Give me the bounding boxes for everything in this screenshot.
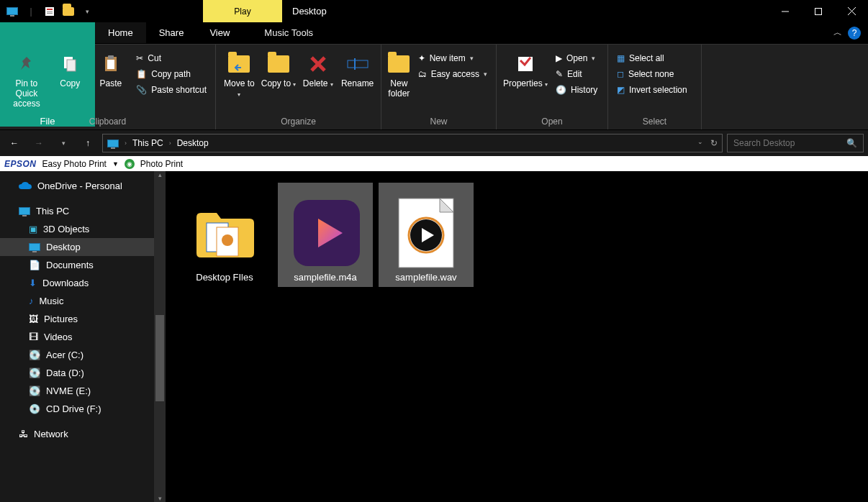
sidebar-item-documents[interactable]: 📄Documents <box>0 256 166 274</box>
file-name-label: samplefile.wav <box>395 272 456 283</box>
epson-easy-print-button[interactable]: Easy Photo Print <box>42 159 107 169</box>
file-name-label: samplefile.m4a <box>294 272 356 283</box>
ribbon: Pin to Quick access Copy Paste ✂Cut 📋Cop… <box>0 44 868 130</box>
delete-button[interactable]: Delete ▾ <box>301 49 336 88</box>
tab-share[interactable]: Share <box>146 22 197 43</box>
sidebar-item-3d-objects[interactable]: ▣3D Objects <box>0 220 166 238</box>
file-item-wav[interactable]: samplefile.wav <box>379 183 474 287</box>
easy-access-button[interactable]: 🗂Easy access <box>415 68 490 81</box>
video-icon: 🎞 <box>29 332 38 342</box>
collapse-ribbon-icon[interactable]: ︿ <box>833 27 842 39</box>
group-open-label: Open <box>497 115 607 129</box>
sidebar-item-drive-d[interactable]: 💽Data (D:) <box>0 364 166 382</box>
copy-path-button[interactable]: 📋Copy path <box>133 68 209 81</box>
up-button[interactable]: ↑ <box>78 133 98 153</box>
sidebar-item-drive-e[interactable]: 💽NVME (E:) <box>0 382 166 400</box>
sidebar-item-music[interactable]: ♪Music <box>0 292 166 310</box>
refresh-icon[interactable]: ↻ <box>710 138 718 148</box>
select-all-button[interactable]: ▦Select all <box>614 52 690 65</box>
sidebar-item-downloads[interactable]: ⬇Downloads <box>0 274 166 292</box>
history-button[interactable]: 🕘History <box>553 83 600 96</box>
search-input[interactable] <box>733 138 841 148</box>
properties-button[interactable]: Properties ▾ <box>502 49 548 88</box>
easy-access-icon: 🗂 <box>418 69 427 79</box>
qat-newfolder-icon[interactable] <box>60 4 76 19</box>
group-new-label: New <box>381 115 496 129</box>
window-title: Desktop <box>282 0 327 22</box>
address-bar[interactable]: › This PC › Desktop ⌄ ↻ <box>102 134 723 152</box>
edit-button[interactable]: ✎Edit <box>553 68 600 81</box>
sidebar-item-videos[interactable]: 🎞Videos <box>0 328 166 346</box>
recent-locations-button[interactable]: ▾ <box>53 133 73 153</box>
search-box[interactable]: 🔍 <box>727 134 864 152</box>
maximize-button[interactable] <box>802 0 835 22</box>
sidebar-item-pictures[interactable]: 🖼Pictures <box>0 310 166 328</box>
search-icon[interactable]: 🔍 <box>846 138 857 148</box>
file-item-m4a[interactable]: samplefile.m4a <box>278 183 373 287</box>
file-list-pane[interactable]: Desktop FIles samplefile.m4a samplefile.… <box>166 171 868 502</box>
minimize-button[interactable] <box>769 0 802 22</box>
address-dropdown-icon[interactable]: ⌄ <box>697 138 703 148</box>
invert-selection-button[interactable]: ◩Invert selection <box>614 83 690 96</box>
monitor-icon <box>19 207 30 215</box>
wav-icon <box>392 198 461 268</box>
file-item-folder[interactable]: Desktop FIles <box>177 183 272 287</box>
svg-rect-2 <box>47 12 53 12</box>
sidebar-item-onedrive[interactable]: OneDrive - Personal <box>0 177 166 195</box>
forward-button[interactable]: → <box>29 133 49 153</box>
history-icon: 🕘 <box>556 85 566 95</box>
new-item-button[interactable]: ✦New item <box>415 52 490 65</box>
chevron-right-icon[interactable]: › <box>169 140 171 147</box>
scrollbar-thumb[interactable] <box>155 315 164 401</box>
close-button[interactable] <box>835 0 868 22</box>
sidebar-item-this-pc[interactable]: This PC <box>0 202 166 220</box>
copy-to-button[interactable]: Copy to ▾ <box>261 49 297 88</box>
sidebar-item-desktop[interactable]: Desktop <box>0 238 166 256</box>
sidebar-item-drive-c[interactable]: 💽Acer (C:) <box>0 346 166 364</box>
breadcrumb-desktop[interactable]: Desktop <box>177 138 209 148</box>
svg-rect-15 <box>348 60 368 68</box>
sidebar-item-drive-f[interactable]: 💿CD Drive (F:) <box>0 400 166 418</box>
ribbon-tabs: File Home Share View Music Tools ︿ ? <box>0 22 868 44</box>
paste-shortcut-button[interactable]: 📎Paste shortcut <box>133 83 209 96</box>
epson-photo-print-icon: ◉ <box>125 159 135 169</box>
epson-logo: EPSON <box>4 159 37 169</box>
new-folder-button[interactable]: New folder <box>387 49 411 99</box>
select-none-button[interactable]: ◻Select none <box>614 68 690 81</box>
svg-point-20 <box>222 234 233 246</box>
tab-music-tools[interactable]: Music Tools <box>251 22 326 43</box>
svg-rect-3 <box>47 13 53 14</box>
chevron-right-icon[interactable]: › <box>125 140 127 147</box>
qat-properties-icon[interactable] <box>42 4 58 19</box>
paste-button[interactable]: Paste <box>93 49 130 88</box>
qat-separator: | <box>23 4 39 19</box>
copy-button[interactable]: Copy <box>52 49 89 88</box>
cut-button[interactable]: ✂Cut <box>133 52 209 65</box>
pin-quick-access-button[interactable]: Pin to Quick access <box>6 49 48 109</box>
epson-dropdown-icon[interactable]: ▼ <box>112 160 119 168</box>
tab-home[interactable]: Home <box>95 22 146 43</box>
help-icon[interactable]: ? <box>848 27 861 40</box>
music-icon: ♪ <box>29 296 34 306</box>
rename-button[interactable]: Rename <box>340 49 375 88</box>
epson-photo-print-button[interactable]: Photo Print <box>140 159 183 169</box>
navigation-row: ← → ▾ ↑ › This PC › Desktop ⌄ ↻ 🔍 <box>0 130 868 156</box>
sidebar-scrollbar[interactable]: ▴ ▾ <box>154 171 166 502</box>
copypath-icon: 📋 <box>136 69 147 79</box>
invert-icon: ◩ <box>617 85 625 95</box>
cd-icon: 💿 <box>29 403 40 414</box>
open-button[interactable]: ▶Open <box>553 52 600 65</box>
group-organize-label: Organize <box>216 115 381 129</box>
back-button[interactable]: ← <box>4 133 24 153</box>
breadcrumb-this-pc[interactable]: This PC <box>132 138 163 148</box>
svg-rect-1 <box>47 9 53 10</box>
qat-dropdown-icon[interactable]: ▾ <box>79 4 95 19</box>
contextual-tab-play[interactable]: Play <box>203 0 282 22</box>
cloud-icon <box>19 182 32 191</box>
move-to-button[interactable]: Move to ▾ <box>222 49 257 99</box>
sidebar-item-network[interactable]: 🖧Network <box>0 425 166 443</box>
sparkle-icon: ✦ <box>418 53 425 63</box>
tab-view[interactable]: View <box>196 22 243 43</box>
m4a-icon <box>291 198 360 268</box>
drive-icon: 💽 <box>29 385 40 396</box>
